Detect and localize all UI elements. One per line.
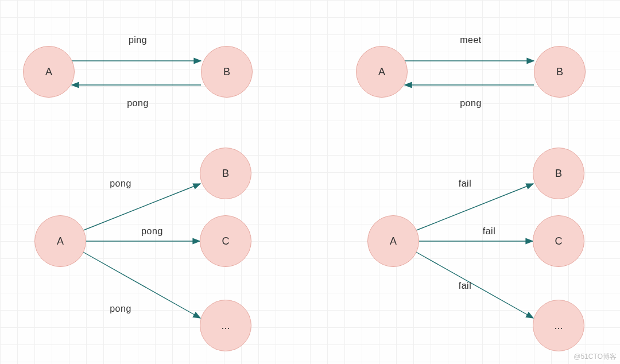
edge-label-meet: meet (460, 35, 482, 45)
node-d-bl: ... (200, 300, 251, 351)
arrow-fail-d (415, 251, 533, 318)
node-label: A (378, 66, 385, 78)
node-label: B (556, 66, 563, 78)
node-label: B (555, 168, 562, 180)
edge-label-pong-c: pong (141, 226, 163, 237)
node-label: C (222, 235, 230, 247)
edge-label-pong-2: pong (460, 98, 482, 109)
node-c-br: C (533, 215, 584, 267)
edge-label-fail-d: fail (459, 281, 471, 291)
node-b-tr: B (534, 46, 586, 98)
watermark-text: @51CTO博客 (574, 352, 617, 362)
edge-label-fail-c: fail (483, 226, 495, 237)
node-a-br: A (367, 215, 419, 267)
node-b-bl: B (200, 148, 251, 199)
edge-label-pong: pong (127, 98, 149, 109)
arrow-pong-b (82, 184, 200, 231)
node-a-tl: A (23, 46, 75, 98)
node-label: A (45, 66, 52, 78)
node-b-tl: B (201, 46, 253, 98)
node-label: C (555, 235, 563, 247)
node-label: ... (554, 320, 563, 332)
diagram-canvas: A B ping pong A B meet pong A B C ... po… (0, 0, 620, 364)
node-label: B (222, 168, 229, 180)
node-label: A (57, 235, 64, 247)
edge-label-pong-b: pong (110, 179, 131, 189)
edge-label-pong-d: pong (110, 304, 131, 314)
node-label: B (223, 66, 230, 78)
arrow-fail-b (415, 184, 533, 231)
node-c-bl: C (200, 215, 251, 267)
arrows-layer (0, 0, 620, 364)
arrow-pong-d (82, 251, 200, 318)
edge-label-ping: ping (129, 35, 147, 45)
node-b-br: B (533, 148, 584, 199)
node-label: ... (221, 320, 230, 332)
node-d-br: ... (533, 300, 584, 351)
node-a-tr: A (356, 46, 408, 98)
node-label: A (390, 235, 397, 247)
node-a-bl: A (34, 215, 86, 267)
edge-label-fail-b: fail (459, 179, 471, 189)
